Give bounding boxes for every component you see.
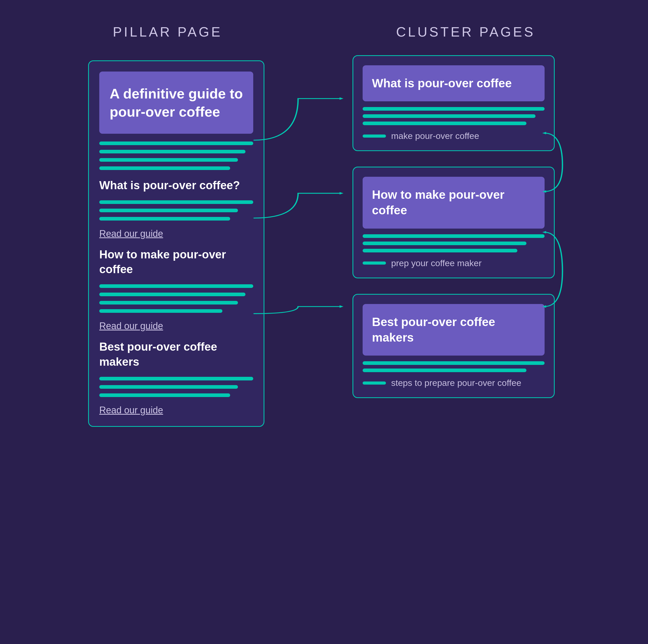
line-bar — [99, 377, 253, 380]
line-bar — [99, 309, 222, 313]
pillar-lines-2 — [99, 200, 253, 221]
cluster3-sublink-bar — [363, 381, 386, 385]
line-bar — [99, 200, 253, 204]
pillar-lines-4 — [99, 377, 253, 397]
line-bar — [99, 142, 253, 145]
line-bar — [99, 301, 238, 305]
cluster3-sublink-row: steps to prepare pour-over coffee — [363, 378, 545, 388]
cluster1-hero: What is pour-over coffee — [363, 65, 545, 102]
cluster3-sublink-text[interactable]: steps to prepare pour-over coffee — [391, 378, 521, 388]
pillar-page-label: PILLAR PAGE — [113, 24, 222, 40]
cluster2-lines — [363, 234, 545, 253]
cluster2-hero: How to make pour-over coffee — [363, 177, 545, 228]
section1-read-guide[interactable]: Read our guide — [99, 228, 253, 239]
section2-read-guide[interactable]: Read our guide — [99, 321, 253, 331]
line-bar — [99, 166, 230, 170]
cluster1-hero-text: What is pour-over coffee — [372, 76, 512, 90]
line-bar — [363, 114, 536, 118]
section2-heading: How to make pour-over coffee — [99, 247, 253, 276]
cluster2-sublink-row: prep your coffee maker — [363, 258, 545, 268]
line-bar — [363, 361, 545, 365]
pillar-card: A definitive guide to pour-over coffee W… — [88, 60, 264, 427]
pillar-hero: A definitive guide to pour-over coffee — [99, 71, 253, 134]
cluster-pages-label: CLUSTER PAGES — [396, 24, 535, 40]
line-bar — [363, 121, 527, 125]
cards-layout: A definitive guide to pour-over coffee W… — [78, 55, 570, 427]
line-bar — [99, 393, 230, 397]
line-bar — [99, 217, 230, 221]
line-bar — [363, 234, 545, 238]
line-bar — [99, 385, 238, 389]
cluster1-sublink-row: make pour-over coffee — [363, 131, 545, 141]
line-bar — [99, 284, 253, 288]
cluster1-sublink-text[interactable]: make pour-over coffee — [391, 131, 479, 141]
cluster2-sublink-bar — [363, 262, 386, 265]
pillar-lines-3 — [99, 284, 253, 313]
cluster1-sublink-bar — [363, 135, 386, 138]
cluster-card-1: What is pour-over coffee make pour-over … — [353, 55, 555, 151]
diagram-wrapper: A definitive guide to pour-over coffee W… — [78, 55, 570, 427]
cluster3-hero-text: Best pour-over coffee makers — [372, 315, 495, 344]
line-bar — [99, 158, 238, 162]
cluster-card-3: Best pour-over coffee makers steps to pr… — [353, 294, 555, 398]
cluster3-lines — [363, 361, 545, 372]
cluster-column: What is pour-over coffee make pour-over … — [353, 55, 555, 398]
cluster2-hero-text: How to make pour-over coffee — [372, 188, 504, 217]
main-container: PILLAR PAGE CLUSTER PAGES — [39, 24, 609, 620]
section3-heading: Best pour-over coffee makers — [99, 339, 253, 369]
line-bar — [99, 209, 238, 212]
section1-heading: What is pour-over coffee? — [99, 178, 253, 193]
line-bar — [363, 107, 545, 111]
line-bar — [363, 241, 527, 245]
cluster-card-2: How to make pour-over coffee prep your c… — [353, 167, 555, 278]
section3-read-guide[interactable]: Read our guide — [99, 405, 253, 416]
line-bar — [363, 249, 518, 253]
line-bar — [99, 150, 246, 153]
cluster1-lines — [363, 107, 545, 125]
header-row: PILLAR PAGE CLUSTER PAGES — [39, 24, 609, 40]
pillar-lines-1 — [99, 142, 253, 170]
pillar-hero-text: A definitive guide to pour-over coffee — [110, 86, 243, 119]
line-bar — [363, 369, 527, 372]
line-bar — [99, 292, 246, 296]
cluster3-hero: Best pour-over coffee makers — [363, 304, 545, 356]
cluster2-sublink-text[interactable]: prep your coffee maker — [391, 258, 482, 268]
